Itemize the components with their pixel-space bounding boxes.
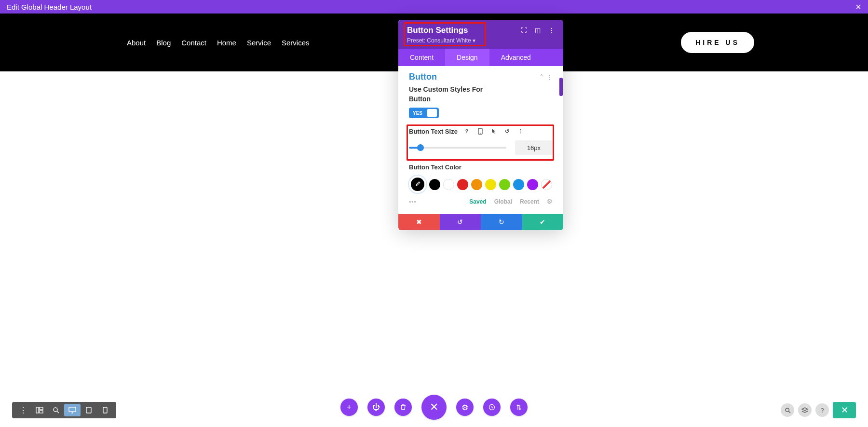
color-picker-button[interactable] [409,176,426,193]
settings-button[interactable]: ⚙ [456,399,474,416]
nav-home[interactable]: Home [217,39,236,47]
tb-phone-icon[interactable] [97,404,113,416]
swatch-green[interactable] [499,179,510,190]
panel-footer: ✖ ↺ ↻ ✔ [398,214,563,230]
palette-tab-saved[interactable]: Saved [469,198,486,205]
tab-advanced[interactable]: Advanced [489,49,542,66]
custom-styles-toggle[interactable]: YES [409,108,439,118]
nav-blog[interactable]: Blog [156,39,171,47]
nav-about[interactable]: About [127,39,146,47]
undo-button[interactable]: ↺ [440,214,481,230]
redo-button[interactable]: ↻ [481,214,522,230]
power-button[interactable]: ⏻ [367,399,385,416]
panel-preset[interactable]: Preset: Consultant White ▾ [407,37,475,44]
chevron-up-icon[interactable]: ˄ [540,74,543,81]
swatch-white[interactable] [443,179,454,190]
svg-line-14 [788,411,790,413]
text-size-input[interactable] [515,140,553,155]
snap-icon[interactable]: ◫ [535,27,541,34]
svg-rect-4 [40,411,43,413]
tb-more-icon[interactable]: ⋮ [15,404,31,416]
hire-us-button[interactable]: HIRE US [681,32,754,53]
palette-gear-icon[interactable]: ⚙ [547,198,553,205]
save-button[interactable]: ✕ [833,402,856,418]
text-color-label: Button Text Color [409,164,553,171]
svg-rect-2 [36,407,39,413]
text-size-slider[interactable] [409,147,506,149]
svg-rect-10 [86,407,91,413]
phone-icon[interactable] [476,127,485,136]
reset-icon[interactable]: ↺ [503,127,512,136]
svg-rect-11 [103,407,107,413]
color-swatches [409,176,553,193]
more-icon[interactable]: ⋮ [548,27,555,34]
help-icon[interactable]: ? [462,127,471,136]
br-help-icon[interactable]: ? [815,403,829,417]
text-size-label: Button Text Size [409,128,458,135]
panel-scrollbar[interactable] [559,78,563,96]
close-icon[interactable]: × [855,1,861,13]
panel-header[interactable]: Button Settings Preset: Consultant White… [398,20,563,49]
svg-rect-7 [69,407,76,412]
hover-icon[interactable] [489,127,498,136]
tab-content[interactable]: Content [398,49,445,66]
br-layers-icon[interactable] [798,403,812,417]
swatch-blue[interactable] [513,179,524,190]
expand-icon[interactable]: ⛶ [521,27,527,34]
palette-tab-global[interactable]: Global [494,198,512,205]
trash-button[interactable] [394,399,412,416]
custom-styles-label: Use Custom Styles For Button [409,85,486,104]
nav-contact[interactable]: Contact [181,39,206,47]
panel-tabs: Content Design Advanced [398,49,563,66]
settings-panel: Button Settings Preset: Consultant White… [398,20,563,230]
nav-services[interactable]: Services [282,39,310,47]
svg-point-13 [785,408,788,411]
section-more-icon[interactable]: ⋮ [547,74,553,81]
topbar: Edit Global Header Layout × [0,0,868,14]
toggle-knob [427,109,437,117]
svg-point-5 [54,408,57,412]
section-header[interactable]: Button ˄ ⋮ [398,66,563,85]
br-zoom-icon[interactable] [781,403,794,417]
viewport-toolbar: ⋮ [12,402,116,418]
bottom-right-actions: ? ✕ [781,402,856,418]
tb-tablet-icon[interactable] [81,404,97,416]
swatch-yellow[interactable] [485,179,496,190]
panel-title: Button Settings [407,26,475,35]
swatch-black[interactable] [429,179,440,190]
swatch-orange[interactable] [471,179,482,190]
palette-tab-recent[interactable]: Recent [520,198,539,205]
swatch-purple[interactable] [527,179,538,190]
controls-button[interactable] [510,399,528,416]
tab-design[interactable]: Design [445,49,489,66]
swatch-none[interactable] [541,179,552,190]
add-button[interactable]: + [340,399,358,416]
field-more-icon[interactable]: ⋮ [516,127,525,136]
section-title: Button [409,72,437,82]
topbar-title: Edit Global Header Layout [7,3,92,11]
svg-rect-3 [40,407,43,410]
slider-handle[interactable] [417,144,424,151]
confirm-button[interactable]: ✔ [522,214,564,230]
palette-more-icon[interactable]: ••• [409,198,417,205]
history-button[interactable] [483,399,501,416]
nav: About Blog Contact Home Service Services [127,39,310,47]
svg-point-1 [480,133,481,134]
builder-actions: + ⏻ ✕ ⚙ [340,395,528,420]
nav-service[interactable]: Service [247,39,271,47]
tb-zoom-icon[interactable] [48,404,64,416]
tb-wireframe-icon[interactable] [31,404,48,416]
svg-line-6 [57,411,59,413]
cancel-button[interactable]: ✖ [398,214,440,230]
tb-desktop-icon[interactable] [64,404,81,416]
close-builder-button[interactable]: ✕ [421,395,447,420]
swatch-red[interactable] [457,179,468,190]
toggle-yes: YES [411,110,424,116]
